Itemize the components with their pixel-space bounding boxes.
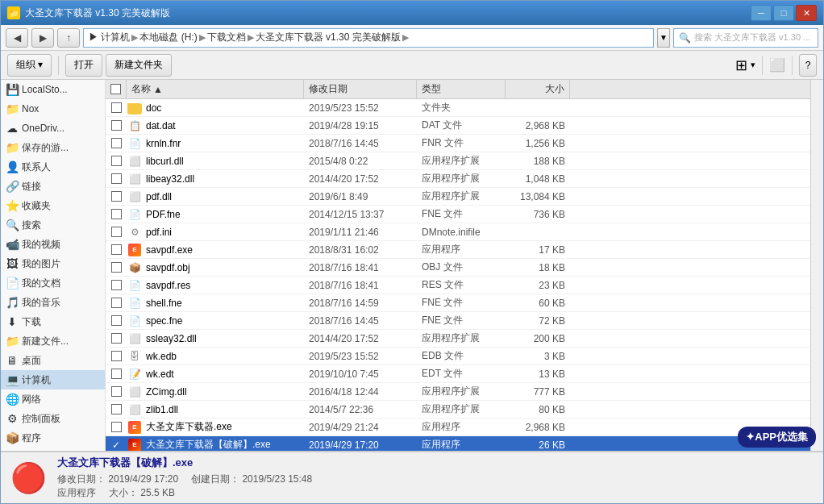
back-button[interactable]: ◀	[6, 28, 28, 48]
sidebar-item-pictures[interactable]: 🖼 我的图片	[1, 254, 105, 273]
sidebar-item-downloads[interactable]: ⬇ 下载	[1, 312, 105, 331]
row-checkbox[interactable]	[111, 351, 122, 361]
sidebar-item-localstorage[interactable]: 💾 LocalSto...	[1, 80, 105, 99]
row-checkbox[interactable]	[111, 386, 122, 397]
table-row[interactable]: doc 2019/5/23 15:52 文件夹	[106, 99, 810, 117]
sidebar-item-links[interactable]: 🔗 链接	[1, 177, 105, 196]
table-row[interactable]: E savpdf.exe 2018/8/31 16:02 应用程序 17 KB	[106, 241, 810, 259]
table-row[interactable]: E 大圣文库下载器.exe 2019/4/29 21:24 应用程序 2,968…	[106, 419, 810, 436]
table-row[interactable]: 📄 shell.fne 2018/7/16 14:59 FNE 文件 60 KB	[106, 294, 810, 312]
row-checkbox[interactable]	[111, 156, 122, 166]
sidebar-item-search[interactable]: 🔍 搜索	[1, 215, 105, 235]
row-checkbox[interactable]	[111, 209, 122, 219]
title-bar-left: 📁 大圣文库下载器 v1.30 完美破解版	[7, 6, 170, 20]
table-row[interactable]: 📄 PDF.fne 2014/12/15 13:37 FNE 文件 736 KB	[106, 206, 810, 223]
forward-button[interactable]: ▶	[31, 28, 54, 48]
row-checkbox[interactable]	[111, 404, 122, 414]
file-date-cell: 2014/5/7 22:36	[304, 404, 417, 415]
status-file-icon: 🔴	[9, 459, 48, 498]
sidebar-label-desktop: 桌面	[22, 354, 41, 368]
row-checkbox[interactable]	[111, 120, 122, 131]
row-checkbox[interactable]	[111, 298, 122, 308]
row-checkbox[interactable]: ✓	[111, 439, 122, 450]
new-folder-button[interactable]: 新建文件夹	[106, 54, 172, 77]
table-row[interactable]: ⬜ libcurl.dll 2015/4/8 0:22 应用程序扩展 188 K…	[106, 152, 810, 170]
row-checkbox[interactable]	[111, 244, 122, 255]
close-button[interactable]: ✕	[796, 5, 817, 21]
up-button[interactable]: ↑	[57, 28, 80, 48]
row-checkbox[interactable]	[111, 280, 122, 290]
sidebar-item-contacts[interactable]: 👤 联系人	[1, 157, 105, 177]
search-sidebar-icon: 🔍	[6, 219, 19, 231]
file-name-cell: ZCimg.dll	[143, 386, 304, 398]
sidebar-item-videos[interactable]: 📹 我的视频	[1, 235, 105, 254]
sidebar-item-documents[interactable]: 📄 我的文档	[1, 273, 105, 293]
row-checkbox[interactable]	[111, 138, 122, 148]
file-size-cell: 72 KB	[506, 315, 570, 327]
row-checkbox[interactable]	[111, 262, 122, 273]
table-row[interactable]: 📄 spec.fne 2018/7/16 14:45 FNE 文件 72 KB	[106, 312, 810, 330]
table-row[interactable]: ✓ E 大圣文库下载器【破解】.exe 2019/4/29 17:20 应用程序…	[106, 436, 810, 451]
breadcrumb-current[interactable]: 大圣文库下载器 v1.30 完美破解版	[256, 31, 401, 44]
table-row[interactable]: ⚙ pdf.ini 2019/1/11 21:46 DMnote.inifile	[106, 223, 810, 241]
sidebar-item-saved-games[interactable]: 📁 保存的游...	[1, 138, 105, 157]
view-toggle-icon[interactable]: ▾	[751, 60, 755, 70]
file-name-cell: savpdf.obj	[143, 262, 304, 273]
address-bar[interactable]: ▶ 计算机 ▶ 本地磁盘 (H:) ▶ 下载文档 ▶ 大圣文库下载器 v1.30…	[83, 28, 654, 48]
sidebar-item-desktop[interactable]: 🖥 桌面	[1, 351, 105, 370]
table-row[interactable]: 📦 savpdf.obj 2018/7/16 18:41 OBJ 文件 18 K…	[106, 259, 810, 277]
organize-button[interactable]: 组织 ▾	[7, 54, 52, 77]
sidebar-item-favorites[interactable]: ⭐ 收藏夹	[1, 196, 105, 215]
breadcrumb-computer[interactable]: ▶ 计算机	[89, 31, 130, 44]
open-button[interactable]: 打开	[65, 54, 102, 77]
table-row[interactable]: 📄 krnln.fnr 2018/7/16 14:45 FNR 文件 1,256…	[106, 135, 810, 152]
file-check-cell	[106, 262, 127, 273]
col-name-header[interactable]: 名称 ▲	[127, 80, 304, 98]
table-row[interactable]: ⬜ zlib1.dll 2014/5/7 22:36 应用程序扩展 80 KB	[106, 401, 810, 419]
row-checkbox[interactable]	[111, 315, 122, 326]
sidebar-item-music[interactable]: 🎵 我的音乐	[1, 293, 105, 312]
row-checkbox[interactable]	[111, 173, 122, 184]
breadcrumb-drive[interactable]: 本地磁盘 (H:)	[139, 31, 197, 44]
table-row[interactable]: 📋 dat.dat 2019/4/28 19:15 DAT 文件 2,968 K…	[106, 117, 810, 135]
row-checkbox[interactable]	[111, 333, 122, 344]
view-options-icon[interactable]: ⊞	[735, 56, 747, 74]
file-size-cell: 200 KB	[506, 333, 570, 344]
sidebar-item-control-panel[interactable]: ⚙ 控制面板	[1, 409, 105, 428]
row-checkbox[interactable]	[111, 369, 122, 379]
table-row[interactable]: ⬜ libeay32.dll 2014/4/20 17:52 应用程序扩展 1,…	[106, 170, 810, 188]
help-button[interactable]: ?	[799, 54, 817, 77]
programs-icon: 📦	[6, 431, 19, 444]
row-checkbox[interactable]	[111, 227, 122, 237]
sidebar-label-search: 搜索	[22, 219, 41, 232]
row-checkbox[interactable]	[111, 422, 122, 432]
table-row[interactable]: 🗄 wk.edb 2019/5/23 15:52 EDB 文件 3 KB	[106, 348, 810, 365]
file-icon-cell: ⬜	[127, 402, 143, 418]
breadcrumb-docs[interactable]: 下载文档	[207, 31, 246, 44]
sidebar-item-computer[interactable]: 💻 计算机	[1, 370, 105, 389]
search-box[interactable]: 🔍 搜索 大圣文库下载器 v1.30 ...	[673, 28, 818, 48]
col-type-header[interactable]: 类型	[417, 80, 506, 98]
header-checkbox[interactable]	[110, 84, 121, 94]
minimize-button[interactable]: ─	[751, 5, 772, 21]
sidebar-item-nox[interactable]: 📁 Nox	[1, 99, 105, 119]
table-row[interactable]: 📄 savpdf.res 2018/7/16 18:41 RES 文件 23 K…	[106, 277, 810, 294]
table-row[interactable]: ⬜ pdf.dll 2019/6/1 8:49 应用程序扩展 13,084 KB	[106, 188, 810, 206]
sidebar-item-programs[interactable]: 📦 程序	[1, 428, 105, 448]
sidebar-item-new-folder[interactable]: 📁 新建文件...	[1, 331, 105, 351]
maximize-button[interactable]: □	[773, 5, 794, 21]
file-type-cell: 应用程序扩展	[417, 331, 506, 345]
address-dropdown-btn[interactable]: ▼	[657, 28, 670, 48]
sidebar-item-network[interactable]: 🌐 网络	[1, 389, 105, 409]
row-checkbox[interactable]	[111, 102, 122, 113]
sidebar-item-onedrive[interactable]: ☁ OneDriv...	[1, 119, 105, 138]
scrollbar-area[interactable]	[810, 80, 823, 451]
row-checkbox[interactable]	[111, 191, 122, 202]
col-size-header[interactable]: 大小	[506, 80, 570, 98]
col-date-header[interactable]: 修改日期	[304, 80, 417, 98]
table-row[interactable]: 📝 wk.edt 2019/10/10 7:45 EDT 文件 13 KB	[106, 365, 810, 383]
preview-pane-icon[interactable]: ⬜	[769, 57, 785, 73]
file-date-cell: 2018/7/16 14:59	[304, 298, 417, 309]
table-row[interactable]: ⬜ ssleay32.dll 2014/4/20 17:52 应用程序扩展 20…	[106, 330, 810, 348]
table-row[interactable]: ⬜ ZCimg.dll 2016/4/18 12:44 应用程序扩展 777 K…	[106, 383, 810, 401]
